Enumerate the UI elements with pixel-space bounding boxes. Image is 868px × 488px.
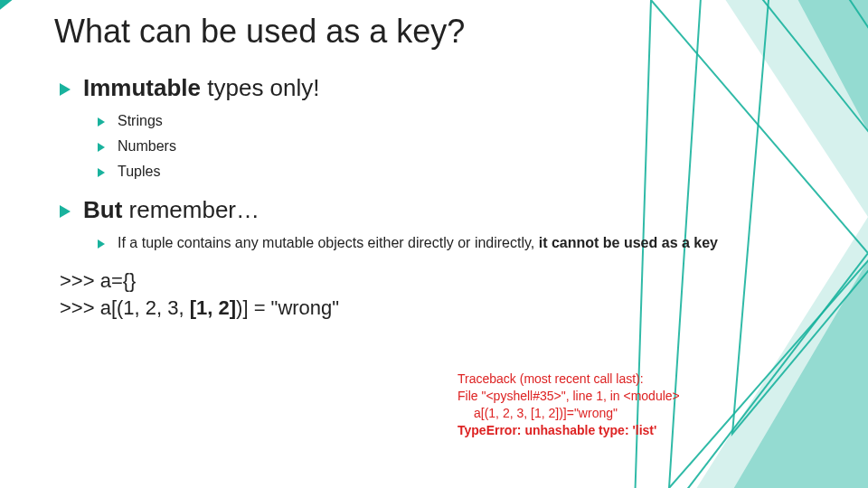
bullet-immutable-strong: Immutable (83, 74, 201, 101)
sub-list-types: Strings Numbers Tuples (83, 113, 814, 180)
bullet-immutable: Immutable types only! Strings Numbers Tu… (54, 74, 814, 180)
bullet-but-remember: But remember… If a tuple contains any mu… (54, 196, 814, 251)
code-example: >>> a={} >>> a[(1, 2, 3, [1, 2])] = "wro… (54, 267, 814, 321)
slide-title: What can be used as a key? (54, 13, 814, 51)
prompt-1: >>> (60, 269, 100, 292)
code-2-bold: [1, 2] (190, 296, 236, 319)
sub-caveat: If a tuple contains any mutable objects … (94, 235, 814, 251)
prompt-2: >>> (60, 296, 100, 319)
code-2-b: )] = "wrong" (236, 296, 339, 319)
slide: What can be used as a key? Immutable typ… (0, 0, 868, 488)
bullet-but-rest: remember… (122, 196, 259, 223)
bullet-but-remember-text: But remember… (83, 196, 259, 223)
traceback-output: Traceback (most recent call last): File … (458, 371, 801, 439)
traceback-line-2: File "<pyshell#35>", line 1, in <module> (458, 388, 801, 405)
bullet-but-strong: But (83, 196, 122, 223)
sub-caveat-prefix: If a tuple contains any mutable objects … (118, 235, 539, 250)
traceback-line-3: a[(1, 2, 3, [1, 2])]="wrong" (458, 405, 801, 422)
bullet-immutable-text: Immutable types only! (83, 74, 320, 101)
code-1-rest: a={} (100, 269, 137, 292)
sub-tuples: Tuples (94, 164, 814, 180)
traceback-line-4: TypeError: unhashable type: 'list' (458, 422, 801, 439)
sub-caveat-text: If a tuple contains any mutable objects … (118, 235, 718, 250)
code-line-1: >>> a={} (60, 267, 814, 295)
sub-list-caveat: If a tuple contains any mutable objects … (83, 235, 814, 251)
bullet-immutable-rest: types only! (201, 74, 320, 101)
sub-strings: Strings (94, 113, 814, 129)
traceback-line-1: Traceback (most recent call last): (458, 371, 801, 388)
sub-caveat-bold: it cannot be used as a key (539, 235, 718, 250)
code-2-a: a[(1, 2, 3, (100, 296, 190, 319)
sub-numbers-label: Numbers (118, 138, 176, 154)
code-line-2: >>> a[(1, 2, 3, [1, 2])] = "wrong" (60, 295, 814, 322)
sub-tuples-label: Tuples (118, 164, 160, 179)
bullet-list: Immutable types only! Strings Numbers Tu… (54, 74, 814, 251)
sub-strings-label: Strings (118, 113, 163, 128)
sub-numbers: Numbers (94, 138, 814, 155)
